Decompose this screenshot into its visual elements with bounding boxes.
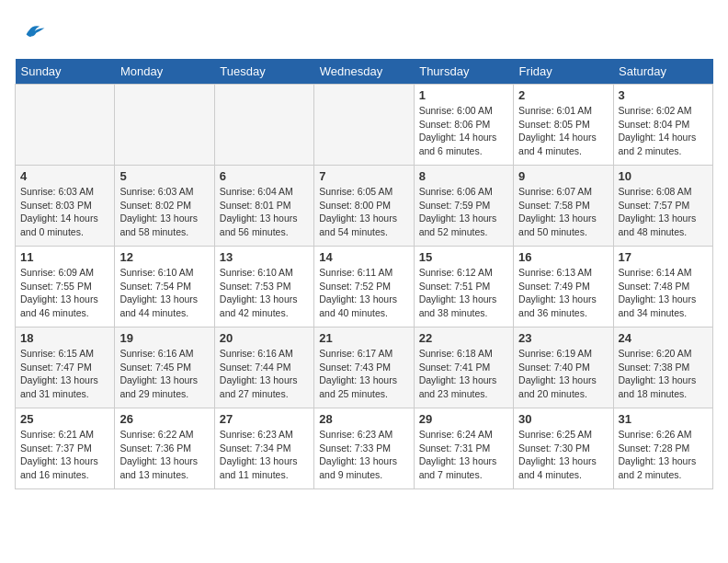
weekday-header-thursday: Thursday	[414, 59, 513, 85]
day-cell: 7Sunrise: 6:05 AMSunset: 8:00 PMDaylight…	[314, 166, 414, 247]
day-info: Sunrise: 6:20 AMSunset: 7:38 PMDaylight:…	[619, 347, 708, 401]
day-cell: 8Sunrise: 6:06 AMSunset: 7:59 PMDaylight…	[414, 166, 513, 247]
day-cell	[214, 85, 313, 166]
weekday-header-tuesday: Tuesday	[214, 59, 313, 85]
day-cell: 11Sunrise: 6:09 AMSunset: 7:55 PMDayligh…	[16, 247, 115, 327]
day-number: 9	[518, 169, 608, 183]
day-cell: 4Sunrise: 6:03 AMSunset: 8:03 PMDaylight…	[16, 166, 115, 247]
day-number: 30	[518, 412, 608, 426]
day-number: 13	[220, 250, 309, 264]
day-info: Sunrise: 6:00 AMSunset: 8:06 PMDaylight:…	[419, 104, 508, 158]
day-info: Sunrise: 6:23 AMSunset: 7:33 PMDaylight:…	[319, 428, 408, 482]
day-info: Sunrise: 6:16 AMSunset: 7:45 PMDaylight:…	[119, 347, 209, 401]
day-cell: 12Sunrise: 6:10 AMSunset: 7:54 PMDayligh…	[115, 247, 214, 327]
day-info: Sunrise: 6:11 AMSunset: 7:52 PMDaylight:…	[319, 266, 408, 320]
day-info: Sunrise: 6:21 AMSunset: 7:37 PMDaylight:…	[20, 428, 109, 482]
day-cell: 9Sunrise: 6:07 AMSunset: 7:58 PMDaylight…	[514, 166, 613, 247]
day-cell: 29Sunrise: 6:24 AMSunset: 7:31 PMDayligh…	[414, 408, 513, 489]
day-number: 10	[619, 169, 708, 183]
day-number: 26	[119, 412, 209, 426]
day-info: Sunrise: 6:06 AMSunset: 7:59 PMDaylight:…	[419, 185, 508, 239]
day-info: Sunrise: 6:10 AMSunset: 7:54 PMDaylight:…	[119, 266, 209, 320]
day-cell: 10Sunrise: 6:08 AMSunset: 7:57 PMDayligh…	[613, 166, 712, 247]
day-cell: 13Sunrise: 6:10 AMSunset: 7:53 PMDayligh…	[214, 247, 313, 327]
day-info: Sunrise: 6:03 AMSunset: 8:02 PMDaylight:…	[119, 185, 209, 239]
day-number: 20	[220, 331, 309, 345]
weekday-header-friday: Friday	[514, 59, 613, 85]
day-info: Sunrise: 6:17 AMSunset: 7:43 PMDaylight:…	[319, 347, 408, 401]
day-cell	[115, 85, 214, 166]
day-info: Sunrise: 6:18 AMSunset: 7:41 PMDaylight:…	[419, 347, 508, 401]
day-number: 14	[319, 250, 408, 264]
day-info: Sunrise: 6:22 AMSunset: 7:36 PMDaylight:…	[119, 428, 209, 482]
day-cell: 20Sunrise: 6:16 AMSunset: 7:44 PMDayligh…	[214, 327, 313, 408]
day-number: 6	[220, 169, 309, 183]
day-cell: 14Sunrise: 6:11 AMSunset: 7:52 PMDayligh…	[314, 247, 414, 327]
day-number: 2	[518, 88, 608, 102]
day-number: 8	[419, 169, 508, 183]
weekday-header-wednesday: Wednesday	[314, 59, 414, 85]
logo	[15, 15, 51, 48]
page-header	[15, 15, 713, 48]
day-cell: 1Sunrise: 6:00 AMSunset: 8:06 PMDaylight…	[414, 85, 513, 166]
day-number: 1	[419, 88, 508, 102]
day-info: Sunrise: 6:05 AMSunset: 8:00 PMDaylight:…	[319, 185, 408, 239]
day-cell: 23Sunrise: 6:19 AMSunset: 7:40 PMDayligh…	[514, 327, 613, 408]
day-cell: 27Sunrise: 6:23 AMSunset: 7:34 PMDayligh…	[214, 408, 313, 489]
weekday-header-row: SundayMondayTuesdayWednesdayThursdayFrid…	[16, 59, 713, 85]
day-cell: 30Sunrise: 6:25 AMSunset: 7:30 PMDayligh…	[514, 408, 613, 489]
day-info: Sunrise: 6:14 AMSunset: 7:48 PMDaylight:…	[619, 266, 708, 320]
day-cell: 22Sunrise: 6:18 AMSunset: 7:41 PMDayligh…	[414, 327, 513, 408]
week-row-3: 11Sunrise: 6:09 AMSunset: 7:55 PMDayligh…	[16, 247, 713, 327]
day-info: Sunrise: 6:26 AMSunset: 7:28 PMDaylight:…	[619, 428, 708, 482]
day-cell: 3Sunrise: 6:02 AMSunset: 8:04 PMDaylight…	[613, 85, 712, 166]
day-number: 25	[20, 412, 109, 426]
day-info: Sunrise: 6:23 AMSunset: 7:34 PMDaylight:…	[220, 428, 309, 482]
day-cell: 6Sunrise: 6:04 AMSunset: 8:01 PMDaylight…	[214, 166, 313, 247]
day-number: 27	[220, 412, 309, 426]
day-number: 22	[419, 331, 508, 345]
weekday-header-sunday: Sunday	[16, 59, 115, 85]
weekday-header-saturday: Saturday	[613, 59, 712, 85]
day-number: 19	[119, 331, 209, 345]
day-cell: 25Sunrise: 6:21 AMSunset: 7:37 PMDayligh…	[16, 408, 115, 489]
day-cell: 17Sunrise: 6:14 AMSunset: 7:48 PMDayligh…	[613, 247, 712, 327]
day-cell	[16, 85, 115, 166]
day-number: 28	[319, 412, 408, 426]
week-row-2: 4Sunrise: 6:03 AMSunset: 8:03 PMDaylight…	[16, 166, 713, 247]
day-cell: 24Sunrise: 6:20 AMSunset: 7:38 PMDayligh…	[613, 327, 712, 408]
day-number: 23	[518, 331, 608, 345]
day-info: Sunrise: 6:04 AMSunset: 8:01 PMDaylight:…	[220, 185, 309, 239]
day-cell: 15Sunrise: 6:12 AMSunset: 7:51 PMDayligh…	[414, 247, 513, 327]
day-cell: 5Sunrise: 6:03 AMSunset: 8:02 PMDaylight…	[115, 166, 214, 247]
day-info: Sunrise: 6:13 AMSunset: 7:49 PMDaylight:…	[518, 266, 608, 320]
day-cell	[314, 85, 414, 166]
day-info: Sunrise: 6:19 AMSunset: 7:40 PMDaylight:…	[518, 347, 608, 401]
week-row-4: 18Sunrise: 6:15 AMSunset: 7:47 PMDayligh…	[16, 327, 713, 408]
day-info: Sunrise: 6:10 AMSunset: 7:53 PMDaylight:…	[220, 266, 309, 320]
day-info: Sunrise: 6:16 AMSunset: 7:44 PMDaylight:…	[220, 347, 309, 401]
day-info: Sunrise: 6:07 AMSunset: 7:58 PMDaylight:…	[518, 185, 608, 239]
day-info: Sunrise: 6:08 AMSunset: 7:57 PMDaylight:…	[619, 185, 708, 239]
day-number: 17	[619, 250, 708, 264]
calendar-table: SundayMondayTuesdayWednesdayThursdayFrid…	[15, 59, 713, 489]
day-number: 31	[619, 412, 708, 426]
day-info: Sunrise: 6:15 AMSunset: 7:47 PMDaylight:…	[20, 347, 109, 401]
day-info: Sunrise: 6:25 AMSunset: 7:30 PMDaylight:…	[518, 428, 608, 482]
day-number: 21	[319, 331, 408, 345]
day-number: 16	[518, 250, 608, 264]
day-number: 3	[619, 88, 708, 102]
day-cell: 2Sunrise: 6:01 AMSunset: 8:05 PMDaylight…	[514, 85, 613, 166]
day-number: 4	[20, 169, 109, 183]
day-number: 24	[619, 331, 708, 345]
day-cell: 21Sunrise: 6:17 AMSunset: 7:43 PMDayligh…	[314, 327, 414, 408]
day-cell: 31Sunrise: 6:26 AMSunset: 7:28 PMDayligh…	[613, 408, 712, 489]
day-number: 11	[20, 250, 109, 264]
day-number: 15	[419, 250, 508, 264]
day-info: Sunrise: 6:12 AMSunset: 7:51 PMDaylight:…	[419, 266, 508, 320]
day-number: 5	[119, 169, 209, 183]
weekday-header-monday: Monday	[115, 59, 214, 85]
day-number: 7	[319, 169, 408, 183]
day-cell: 19Sunrise: 6:16 AMSunset: 7:45 PMDayligh…	[115, 327, 214, 408]
day-info: Sunrise: 6:01 AMSunset: 8:05 PMDaylight:…	[518, 104, 608, 158]
